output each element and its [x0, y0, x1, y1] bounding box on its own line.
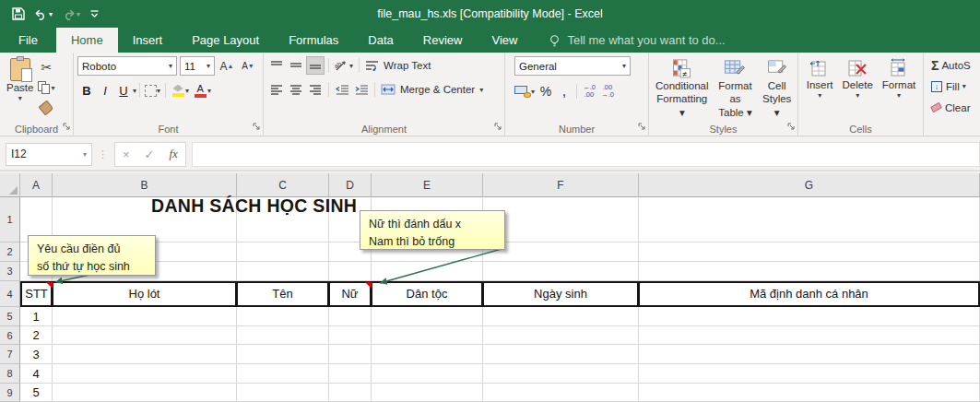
tab-insert[interactable]: Insert — [118, 28, 178, 53]
clear-button[interactable]: Clear — [931, 99, 977, 116]
formula-bar-splitter[interactable]: ⋮ — [98, 148, 109, 160]
top-align-button[interactable] — [267, 56, 286, 75]
delete-cells-button[interactable]: Delete ▾ — [840, 56, 876, 121]
cell-c5[interactable] — [237, 307, 329, 326]
fill-color-button[interactable]: ▾ — [169, 81, 191, 100]
cell-e5[interactable] — [372, 307, 483, 326]
tab-home[interactable]: Home — [56, 28, 118, 53]
cell-e3[interactable] — [372, 262, 483, 281]
underline-dropdown-icon[interactable]: ▾ — [133, 87, 136, 95]
font-dialog-launcher[interactable] — [253, 117, 260, 134]
font-size-select[interactable]: 11▾ — [180, 56, 215, 76]
cell-g3[interactable] — [639, 262, 980, 281]
row-header-6[interactable]: 6 — [0, 326, 20, 345]
comma-style-button[interactable]: , — [555, 82, 573, 100]
copy-button[interactable]: ▾ — [36, 78, 56, 97]
row-header-7[interactable]: 7 — [0, 345, 20, 364]
tab-review[interactable]: Review — [408, 28, 478, 53]
cell-c7[interactable] — [237, 345, 329, 364]
increase-font-button[interactable]: A▲ — [218, 57, 236, 76]
cell-a6[interactable]: 2 — [20, 326, 53, 345]
cell-g9[interactable] — [639, 384, 980, 402]
row-header-1[interactable]: 1 — [0, 197, 20, 242]
tab-page-layout[interactable]: Page Layout — [177, 28, 274, 53]
alignment-dialog-launcher[interactable] — [494, 117, 502, 134]
cell-styles-button[interactable]: Cell Styles ▾ — [759, 56, 795, 121]
insert-cells-button[interactable]: Insert ▾ — [804, 56, 836, 121]
tab-data[interactable]: Data — [353, 28, 407, 53]
cell-e4-dan-toc[interactable]: Dân tộc — [372, 281, 483, 307]
col-header-c[interactable]: C — [237, 173, 329, 197]
cell-f8[interactable] — [483, 364, 639, 384]
styles-dialog-launcher[interactable] — [787, 117, 795, 134]
fill-dropdown-icon[interactable]: ▾ — [962, 82, 966, 90]
col-header-b[interactable]: B — [53, 173, 237, 197]
cell-c2[interactable] — [237, 242, 329, 262]
cell-g6[interactable] — [639, 326, 980, 345]
cell-b6[interactable] — [53, 326, 237, 345]
col-header-f[interactable]: F — [483, 173, 639, 197]
conditional-formatting-button[interactable]: ≠ Conditional Formatting ▾ — [653, 56, 712, 121]
middle-align-button[interactable] — [287, 56, 305, 75]
merge-center-dropdown-icon[interactable]: ▾ — [479, 86, 483, 94]
underline-button[interactable]: U — [114, 81, 133, 100]
bold-button[interactable]: B — [77, 81, 96, 100]
col-header-e[interactable]: E — [372, 173, 483, 197]
fill-button[interactable]: ↓ Fill ▾ — [931, 77, 977, 95]
cell-b9[interactable] — [53, 384, 237, 402]
cell-b4-ho-lot[interactable]: Họ lót — [53, 281, 237, 307]
cell-f4-ngay-sinh[interactable]: Ngày sinh — [483, 281, 639, 307]
cell-f1[interactable] — [483, 197, 639, 242]
row-header-4[interactable]: 4 — [0, 281, 20, 307]
number-format-select[interactable]: General▾ — [514, 56, 631, 76]
italic-button[interactable]: I — [96, 81, 114, 100]
paste-dropdown-icon[interactable]: ▾ — [18, 94, 22, 103]
cell-a5[interactable]: 1 — [20, 307, 53, 326]
align-left-button[interactable] — [267, 80, 286, 99]
insert-dropdown-icon[interactable]: ▾ — [818, 91, 821, 100]
cell-f5[interactable] — [483, 307, 639, 326]
borders-button[interactable]: ▾ — [143, 81, 162, 100]
col-header-a[interactable]: A — [20, 173, 53, 197]
merge-center-button[interactable]: Merge & Center ▾ — [379, 80, 485, 99]
clipboard-dialog-launcher[interactable] — [63, 117, 70, 134]
wrap-text-button[interactable]: Wrap Text — [363, 56, 432, 75]
cell-d3[interactable] — [329, 262, 372, 281]
bottom-align-button[interactable] — [306, 56, 325, 75]
cell-g2[interactable] — [639, 242, 980, 262]
cell-c9[interactable] — [237, 384, 329, 402]
cell-g8[interactable] — [639, 364, 980, 384]
name-box-dropdown-icon[interactable]: ▾ — [83, 150, 87, 159]
col-header-d[interactable]: D — [329, 173, 372, 197]
row-header-9[interactable]: 9 — [0, 384, 20, 402]
save-button[interactable] — [9, 6, 28, 22]
number-dialog-launcher[interactable] — [638, 117, 645, 134]
decrease-decimal-button[interactable]: .00 →.0 — [598, 82, 617, 100]
font-color-button[interactable]: A▾ — [191, 81, 213, 100]
cell-c8[interactable] — [237, 364, 329, 384]
orientation-button[interactable]: ab▾ — [333, 56, 355, 75]
cell-d7[interactable] — [329, 345, 372, 364]
tab-view[interactable]: View — [477, 28, 532, 53]
font-name-select[interactable]: Roboto▾ — [77, 56, 177, 76]
align-right-button[interactable] — [306, 80, 325, 99]
customize-qat-button[interactable] — [87, 7, 102, 20]
cell-b5[interactable] — [53, 307, 237, 326]
tab-file[interactable]: File — [0, 28, 56, 53]
select-all-button[interactable] — [0, 173, 20, 197]
cell-e6[interactable] — [372, 326, 483, 345]
percent-style-button[interactable]: % — [537, 82, 555, 100]
cell-d5[interactable] — [329, 307, 372, 326]
cell-c3[interactable] — [237, 262, 329, 281]
increase-decimal-button[interactable]: ←.0 .00 — [580, 82, 598, 100]
tell-me-box[interactable]: Tell me what you want to do... — [549, 28, 725, 53]
row-header-3[interactable]: 3 — [0, 262, 20, 281]
cell-b8[interactable] — [53, 364, 237, 384]
cell-d8[interactable] — [329, 364, 372, 384]
cell-c6[interactable] — [237, 326, 329, 345]
cell-e9[interactable] — [372, 384, 483, 402]
undo-dropdown-icon[interactable]: ▾ — [49, 10, 53, 18]
decrease-indent-button[interactable] — [333, 80, 351, 99]
decrease-font-button[interactable]: A▼ — [239, 57, 257, 76]
format-dropdown-icon[interactable]: ▾ — [897, 91, 901, 100]
